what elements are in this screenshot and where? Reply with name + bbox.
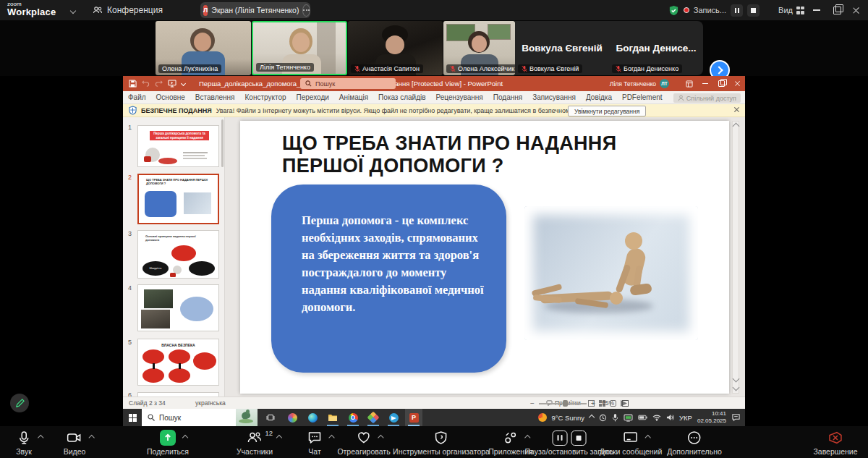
action-center-icon[interactable]	[731, 413, 741, 422]
tab-recording[interactable]: Записування	[527, 93, 581, 101]
host-tools-button[interactable]: Инструменты организатора	[393, 429, 490, 456]
task-view-button[interactable]	[262, 409, 279, 426]
next-slide-icon[interactable]	[733, 384, 740, 391]
pause-recording-button[interactable]	[731, 4, 743, 17]
enable-editing-button[interactable]: Увімкнути редагування	[568, 106, 646, 116]
restore-button[interactable]	[827, 0, 846, 20]
slide-thumbnail-1[interactable]: Перша долікарська допомога та загальні п…	[137, 125, 219, 167]
wifi-icon[interactable]	[652, 415, 661, 421]
zoom-out-icon[interactable]: −	[530, 399, 535, 407]
tray-expand-icon[interactable]	[589, 415, 595, 420]
ppt-close-button[interactable]	[729, 76, 745, 91]
slide-scrollbar[interactable]	[732, 121, 739, 394]
tab-view[interactable]: Подання	[488, 93, 527, 101]
reactions-options-icon[interactable]	[378, 435, 383, 441]
weather-text[interactable]: 9°C Sunny	[552, 414, 585, 422]
video-tile-participant-3[interactable]: Анастасія Сапитон	[348, 21, 443, 75]
account-area[interactable]: Ліля Тетянченко ЛТ	[610, 76, 669, 91]
thumbnail-scrollbar[interactable]	[221, 119, 224, 167]
share-screen-button[interactable]: Поделиться	[147, 429, 189, 456]
tab-insert[interactable]: Вставлення	[190, 93, 240, 101]
audio-tile-participant-6[interactable]: Богдан Денисе... Богдан Денисенко	[609, 21, 703, 75]
audio-button[interactable]: Звук	[16, 429, 32, 456]
slide-thumbnail-2-selected[interactable]: ЩО ТРЕБА ЗНАТИ ПРО НАДАННЯ ПЕРШОЇ ДОПОМО…	[137, 174, 219, 224]
reactions-button[interactable]: Отреагировать	[337, 429, 390, 456]
security-shield-icon[interactable]	[668, 5, 679, 16]
audio-options-icon[interactable]	[38, 435, 43, 441]
taskbar-search-box[interactable]: Пошук	[142, 409, 258, 426]
zoom-slider-knob[interactable]	[563, 400, 568, 407]
view-menu[interactable]: Вид	[778, 0, 804, 20]
edge-app-button[interactable]	[304, 409, 321, 426]
chat-options-icon[interactable]	[328, 435, 334, 441]
powerpoint-app-button[interactable]: P	[405, 409, 422, 426]
slide-thumbnail-5[interactable]: ВЛАСНА БЕЗПЕКА	[137, 339, 219, 386]
start-slideshow-icon[interactable]	[168, 80, 176, 88]
share-button[interactable]: Спільний доступ	[673, 93, 741, 103]
video-options-icon[interactable]	[89, 435, 95, 441]
stop-recording-button[interactable]	[747, 4, 760, 17]
zoom-in-icon[interactable]: +	[591, 399, 595, 407]
chrome-app-button[interactable]	[344, 409, 362, 426]
tab-transitions[interactable]: Переходи	[292, 93, 334, 101]
tab-file[interactable]: Файл	[123, 93, 151, 101]
screen-share-tray-icon[interactable]	[624, 414, 633, 422]
annotation-pencil-button[interactable]	[10, 394, 29, 412]
chevron-down-icon[interactable]	[70, 8, 76, 14]
battery-icon[interactable]	[638, 415, 647, 420]
video-tile-participant-4[interactable]: Олена Алексейчик	[443, 21, 515, 75]
tab-more-icon[interactable]	[302, 4, 310, 17]
zoom-level[interactable]: 95%	[602, 399, 614, 407]
fit-to-window-icon[interactable]	[622, 400, 629, 407]
photos-app-button[interactable]	[284, 409, 301, 426]
tab-design[interactable]: Конструктор	[240, 93, 292, 101]
video-tile-participant-2-active[interactable]: Лілія Тетянченко	[252, 21, 347, 75]
participants-button[interactable]: 12 Участники	[237, 429, 273, 456]
tab-slideshow[interactable]: Показ слайдів	[373, 93, 431, 101]
shared-screen-tab[interactable]: Л Экран (Лілія Тетянченко)	[200, 2, 310, 18]
pause-recording-icon[interactable]	[552, 431, 567, 446]
language-switcher[interactable]: УКР	[679, 414, 692, 422]
video-tile-participant-1[interactable]: Олена Лук'янихіна	[156, 21, 251, 75]
ppt-restore-button[interactable]	[713, 76, 729, 91]
customize-qat-icon[interactable]	[181, 81, 186, 86]
stop-recording-icon[interactable]	[571, 431, 586, 446]
tab-pdfelement[interactable]: PDFelement	[617, 93, 668, 101]
update-icon[interactable]	[599, 414, 607, 422]
start-button[interactable]	[123, 409, 142, 426]
minimize-button[interactable]	[807, 0, 826, 20]
audio-tile-participant-5[interactable]: Вовкула Євгеній Вовкула Євгеній	[515, 21, 609, 75]
whiteboards-button[interactable]: Доски сообщений	[600, 429, 663, 456]
tab-home[interactable]: Основне	[151, 93, 190, 101]
telegram-app-button[interactable]	[385, 409, 402, 426]
search-highlight-image[interactable]	[236, 409, 258, 426]
clock[interactable]: 10:41 02.05.2025	[697, 410, 726, 424]
end-meeting-button[interactable]: Завершение	[813, 429, 857, 456]
tab-review[interactable]: Рецензування	[431, 93, 488, 101]
speaker-icon[interactable]	[666, 414, 674, 421]
more-button[interactable]: Дополнительно	[667, 429, 722, 456]
banner-close-icon[interactable]	[733, 106, 740, 113]
whiteboards-options-icon[interactable]	[645, 435, 651, 441]
ribbon-display-options-icon[interactable]	[681, 76, 697, 91]
tab-help[interactable]: Довідка	[581, 93, 617, 101]
ppt-minimize-button[interactable]	[697, 76, 713, 91]
slide-thumbnail-4[interactable]	[137, 284, 219, 331]
save-icon[interactable]	[129, 80, 137, 88]
scroll-up-icon[interactable]	[733, 123, 740, 130]
meeting-menu[interactable]: Конференция	[93, 0, 163, 20]
slide-thumbnail-3[interactable]: Основні принципи надання першої допомоги…	[137, 230, 219, 279]
participants-options-icon[interactable]	[276, 435, 282, 441]
video-button[interactable]: Видео	[64, 429, 86, 456]
mic-tray-icon[interactable]	[612, 413, 618, 422]
slide-blue-textbox[interactable]: Перша допомога - це комплекс необхідних …	[271, 185, 506, 373]
office-app-button[interactable]	[365, 409, 382, 426]
scroll-down-icon[interactable]	[733, 376, 740, 383]
close-button[interactable]	[846, 0, 865, 20]
tab-animations[interactable]: Анімація	[334, 93, 373, 101]
file-explorer-button[interactable]	[324, 409, 341, 426]
language-indicator[interactable]: українська	[195, 399, 226, 407]
chat-button[interactable]: Чат	[307, 429, 323, 456]
share-options-icon[interactable]	[182, 435, 188, 441]
cpr-mannequin-image[interactable]	[524, 206, 698, 340]
